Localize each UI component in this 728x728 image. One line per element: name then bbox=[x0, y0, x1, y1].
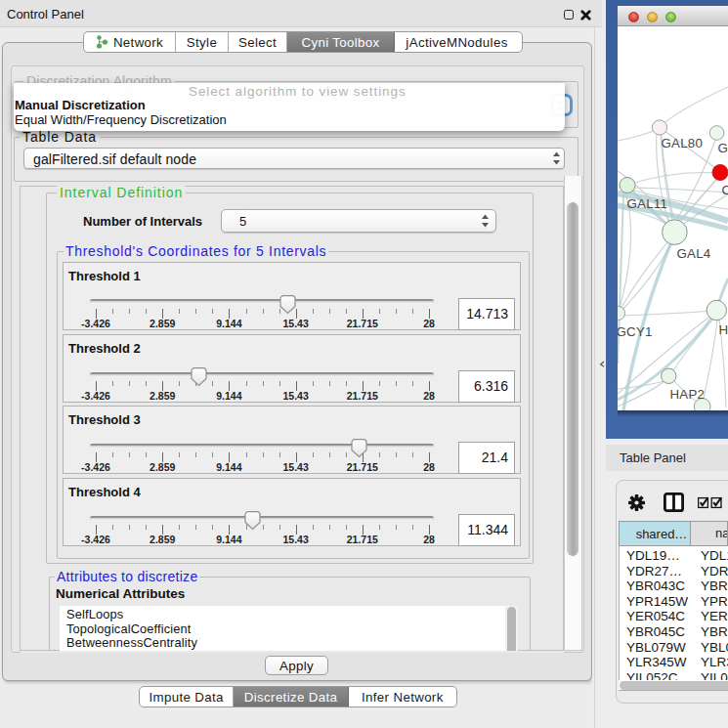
svg-text:HAP2: HAP2 bbox=[670, 387, 706, 402]
svg-text:GCY1: GCY1 bbox=[618, 324, 653, 339]
svg-text:GAL3: GAL3 bbox=[718, 141, 728, 155]
svg-text:GAL4: GAL4 bbox=[677, 246, 711, 261]
svg-text:CD: CD bbox=[722, 183, 728, 197]
svg-text:GAL80: GAL80 bbox=[662, 136, 704, 150]
svg-text:GAL11: GAL11 bbox=[627, 196, 668, 211]
svg-text:HI: HI bbox=[719, 322, 728, 337]
